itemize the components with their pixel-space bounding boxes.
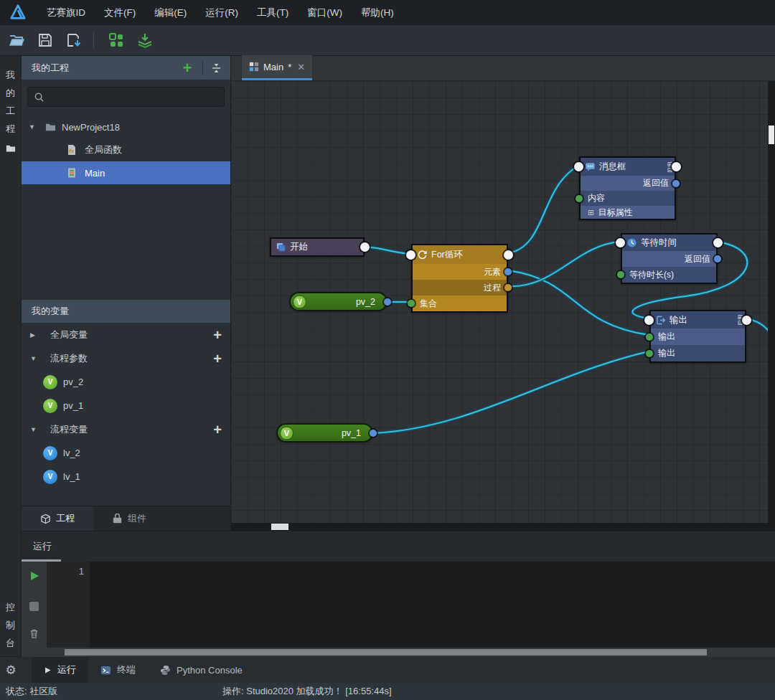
port[interactable] [576,195,583,202]
strip-console-tab[interactable]: 控制台 [6,598,15,652]
expand-plus-icon[interactable]: ⊞ [588,209,593,217]
port[interactable] [714,255,721,262]
variable-item-lv_2[interactable]: Vlv_2 [22,441,230,465]
save-button[interactable] [33,29,57,52]
tab-main[interactable]: Main * ✕ [242,55,312,80]
port[interactable] [406,250,415,260]
canvas-horizontal-scrollbar[interactable] [231,523,775,531]
port[interactable] [646,334,653,341]
node-开始[interactable]: 开始 [270,237,365,257]
tree-item-全局函数[interactable]: fx全局函数 [22,138,230,161]
chevron-down-icon[interactable]: ▼ [30,355,39,362]
tree-item-NewProject18[interactable]: ▼NewProject18 [22,115,230,138]
menu-item-6[interactable]: 帮助(H) [352,0,403,25]
menu-item-0[interactable]: 艺赛旗ID [37,0,95,25]
port[interactable] [742,316,751,325]
node-row-输出: 输出 [651,345,745,361]
port[interactable] [713,238,723,247]
flow-canvas[interactable]: 开始For循环元素过程集合消息框⊞⊟返回值内容⊞目标属性等待时间返回值等待时长(… [231,81,775,531]
node-header: For循环 [413,245,507,264]
console-line-number: 1 [47,562,90,648]
variable-group-流程参数[interactable]: ▼流程参数+ [22,346,230,370]
menu-item-3[interactable]: 运行(R) [196,0,248,25]
bottombar-tab-Python Console[interactable]: Python Console [148,657,255,683]
toolbar-separator [93,32,94,49]
port[interactable] [504,250,513,260]
wire-pv1.out-to-output.输出2[interactable] [373,351,649,433]
panel-tab-工程[interactable]: 工程 [22,506,93,531]
variable-item-lv_1[interactable]: Vlv_1 [22,465,230,488]
pill-node-pv_1[interactable]: Vpv_1 [276,423,373,443]
menu-items: 艺赛旗ID文件(F)编辑(E)运行(R)工具(T)窗口(W)帮助(H) [37,0,403,24]
node-row-label: 过程 [484,282,501,294]
port[interactable] [616,238,625,247]
node-row-元素: 元素 [413,264,507,280]
menu-item-4[interactable]: 工具(T) [248,0,298,25]
add-variable-button[interactable]: + [213,328,222,342]
chevron-down-icon[interactable]: ▼ [30,426,39,433]
tree-item-Main[interactable]: Main [22,161,230,184]
variables-panel-title: 我的变量 [32,305,69,318]
port[interactable] [384,298,391,306]
variable-group-全局变量[interactable]: ▶全局变量+ [22,323,230,346]
port[interactable] [504,284,512,291]
save-export-button[interactable] [62,29,86,52]
pill-node-pv_2[interactable]: Vpv_2 [289,292,388,311]
scrollbar-thumb[interactable] [271,524,288,530]
search-input[interactable] [27,87,225,107]
python-icon [160,665,171,676]
components-button[interactable] [104,29,128,52]
run-play-button[interactable] [27,569,42,583]
menu-item-2[interactable]: 编辑(E) [145,0,196,25]
clear-trash-button[interactable] [27,626,42,640]
port[interactable] [672,162,681,171]
variable-item-pv_1[interactable]: Vpv_1 [22,394,230,417]
scrollbar-thumb[interactable] [65,649,707,656]
bottombar-tab-终端[interactable]: 终端 [88,657,148,683]
wire-forloop.过程-to-wait.in[interactable] [508,242,620,286]
editor-tab-bar: Main * ✕ [231,56,775,81]
add-flow-button[interactable]: + [178,60,197,76]
app-logo-icon[interactable] [7,3,29,22]
add-variable-button[interactable]: + [213,351,222,366]
chevron-down-icon[interactable]: ▼ [29,123,37,131]
console-run-tab[interactable]: 运行 [33,540,52,553]
folder-icon [44,122,57,133]
port[interactable] [617,271,624,278]
menu-item-5[interactable]: 窗口(W) [298,0,352,25]
collapse-all-icon[interactable] [209,61,223,75]
port[interactable] [644,316,654,325]
stop-button[interactable] [27,599,42,613]
canvas-vertical-scrollbar[interactable] [768,81,775,531]
console-panel: 运行 1 [22,531,775,656]
console-scrollbar[interactable] [22,648,775,657]
port[interactable] [360,242,370,252]
scrollbar-thumb[interactable] [769,126,774,144]
node-For循环[interactable]: For循环元素过程集合 [411,244,508,313]
port[interactable] [408,300,415,307]
menu-item-1[interactable]: 文件(F) [95,0,145,25]
strip-project-tab[interactable]: 我的工程 [5,66,17,153]
panel-tab-组件[interactable]: 组件 [93,506,165,531]
open-folder-button[interactable] [4,29,29,52]
bottombar-tab-运行[interactable]: 运行 [32,657,88,683]
node-消息框[interactable]: 消息框⊞⊟返回值内容⊞目标属性 [579,156,676,220]
gear-icon[interactable]: ⚙ [0,663,22,678]
node-等待时间[interactable]: 等待时间返回值等待时长(s) [621,233,718,284]
wire-forloop.out-to-msgbox.in[interactable] [508,166,578,253]
port[interactable] [574,162,583,171]
port[interactable] [504,268,512,275]
close-icon[interactable]: ✕ [297,62,305,72]
add-variable-button[interactable]: + [213,422,222,437]
chevron-right-icon[interactable]: ▶ [30,331,39,339]
wire-start.out-to-forloop.in[interactable] [365,247,410,254]
node-输出[interactable]: 输出⊞⊟输出输出 [649,310,746,363]
node-row-label: 集合 [420,298,437,310]
variable-group-流程变量[interactable]: ▼流程变量+ [22,417,230,441]
import-package-button[interactable] [133,29,157,52]
console-editor[interactable] [90,562,775,648]
variable-item-pv_2[interactable]: Vpv_2 [22,370,230,394]
port[interactable] [646,350,653,357]
port[interactable] [370,430,377,437]
port[interactable] [672,180,680,187]
